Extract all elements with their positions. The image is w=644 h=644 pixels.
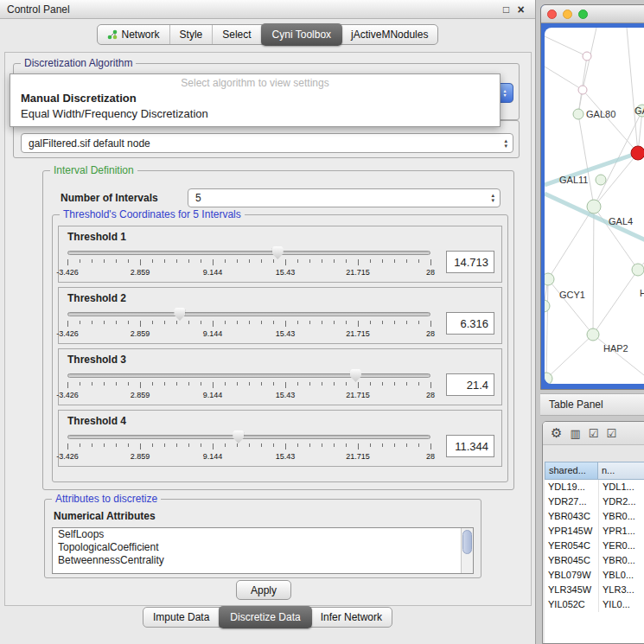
column-header-shared-name[interactable]: shared... (545, 462, 598, 480)
threshold-slider[interactable]: -3.4262.8599.14415.4321.71528 (66, 245, 432, 279)
table-row[interactable]: YER054CYER0... (545, 539, 644, 553)
close-icon[interactable]: × (513, 3, 528, 16)
cell-shared-name[interactable]: YBR043C (545, 509, 598, 524)
network-edge[interactable] (593, 270, 638, 335)
threshold-slider[interactable]: -3.4262.8599.14415.4321.71528 (66, 367, 432, 402)
slider-track[interactable] (67, 435, 430, 439)
network-node-gcy1[interactable] (545, 273, 554, 285)
slider-thumb[interactable] (272, 246, 284, 259)
threshold-slider[interactable]: -3.4262.8599.14415.4321.71528 (66, 429, 432, 463)
cell-name[interactable]: YPR1... (598, 524, 644, 539)
table-data-combobox[interactable]: galFiltered.sif default node ▴▾ (21, 133, 513, 153)
threshold-value-field[interactable]: 21.4 (446, 373, 494, 396)
cell-name[interactable]: YIL0... (598, 597, 644, 612)
network-node-gal11[interactable] (596, 175, 606, 185)
network-node[interactable] (583, 52, 591, 61)
select-all-columns-icon[interactable]: ☑ (589, 427, 599, 440)
network-edge[interactable] (545, 67, 583, 90)
threshold-slider[interactable]: -3.4262.8599.14415.4321.71528 (66, 306, 432, 341)
table-row[interactable]: YLR345WYLR3... (545, 583, 644, 597)
tab-style[interactable]: Style (170, 25, 214, 44)
tab-discretize-data[interactable]: Discretize Data (219, 606, 311, 628)
cell-name[interactable]: YDL1... (598, 480, 644, 494)
column-header-name[interactable]: n... (598, 462, 644, 480)
algorithm-popup-item[interactable]: Manual Discretization (10, 91, 500, 106)
attributes-scrollbar[interactable] (461, 528, 473, 573)
network-edge[interactable] (546, 279, 548, 379)
gear-icon[interactable]: ⚙ (551, 425, 562, 441)
slider-track[interactable] (67, 373, 430, 378)
table-row[interactable]: YBL079WYBL0... (545, 568, 644, 583)
combo-stepper-icon[interactable]: ▴▾ (491, 189, 494, 207)
network-node[interactable] (545, 300, 550, 312)
slider-thumb[interactable] (233, 430, 244, 443)
cell-shared-name[interactable]: YDL19... (545, 480, 598, 494)
combo-stepper-icon[interactable]: ▴▾ (504, 134, 507, 152)
network-node-h[interactable] (632, 264, 644, 276)
network-edge[interactable] (593, 335, 644, 382)
table-row[interactable]: YDR27...YDR2... (545, 494, 644, 509)
columns-icon[interactable]: ▥ (570, 427, 580, 440)
float-icon[interactable]: □ (499, 3, 513, 16)
network-edge[interactable] (583, 90, 638, 153)
interval-definition-group: Interval Definition Number of Intervals … (42, 170, 514, 490)
table-row[interactable]: YDL19...YDL1... (545, 480, 644, 494)
network-edge[interactable] (627, 28, 638, 153)
attribute-list-item[interactable]: TopologicalCoefficient (53, 541, 473, 554)
cell-name[interactable]: YLR3... (598, 583, 644, 597)
num-intervals-combobox[interactable]: 5 ▴▾ (188, 188, 501, 207)
network-edge[interactable] (545, 36, 587, 56)
cell-shared-name[interactable]: YLR345W (545, 583, 598, 597)
minimize-traffic-light-icon[interactable] (563, 10, 572, 19)
cell-shared-name[interactable]: YBR045C (545, 553, 598, 568)
network-node[interactable] (631, 146, 644, 160)
cell-name[interactable]: YER0... (598, 539, 644, 553)
network-edge[interactable] (593, 207, 594, 335)
cell-name[interactable]: YDR2... (598, 494, 644, 509)
tab-impute-data[interactable]: Impute Data (143, 608, 220, 627)
slider-track[interactable] (67, 251, 430, 255)
select-columns-icon[interactable]: ☑ (606, 427, 616, 440)
slider-thumb[interactable] (174, 308, 185, 321)
tab-jactivemnodules[interactable]: jActiveMNodules (341, 25, 437, 44)
attribute-list-item[interactable]: BetweennessCentrality (53, 554, 473, 567)
network-node-gal4[interactable] (587, 200, 601, 214)
threshold-value-field[interactable]: 14.713 (446, 251, 494, 273)
tab-cyni-toolbox[interactable]: Cyni Toolbox (261, 23, 342, 46)
cell-shared-name[interactable]: YER054C (545, 539, 598, 553)
network-graph[interactable]: GAL80GAGAL11GAL4GCY1HAP2H (545, 28, 644, 384)
network-node-gal80[interactable] (573, 109, 583, 119)
tab-infer-network[interactable]: Infer Network (311, 608, 392, 627)
network-edge[interactable] (548, 279, 593, 335)
table-row[interactable]: YIL052CYIL0... (545, 597, 644, 612)
table-row[interactable]: YBR045CYBR0... (545, 553, 644, 568)
network-canvas[interactable]: GAL80GAGAL11GAL4GCY1HAP2H (545, 28, 644, 384)
network-node[interactable] (578, 86, 587, 94)
cell-shared-name[interactable]: YIL052C (545, 597, 598, 612)
network-edge[interactable] (548, 207, 594, 279)
slider-thumb[interactable] (350, 369, 361, 382)
cell-shared-name[interactable]: YDR27... (545, 494, 598, 509)
threshold-value-field[interactable]: 11.344 (446, 435, 494, 457)
cell-name[interactable]: YBR0... (598, 509, 644, 524)
cell-shared-name[interactable]: YPR145W (545, 524, 598, 539)
tab-network[interactable]: Network (98, 25, 170, 44)
close-traffic-light-icon[interactable] (547, 10, 557, 19)
network-node-hap2[interactable] (587, 328, 599, 341)
cell-name[interactable]: YBL0... (598, 568, 644, 583)
algorithm-popup-item[interactable]: Equal Width/Frequency Discretization (10, 106, 500, 122)
scrollbar-thumb[interactable] (462, 530, 472, 554)
network-edge[interactable] (546, 335, 593, 379)
network-edge[interactable] (578, 114, 594, 207)
threshold-value-field[interactable]: 6.316 (446, 312, 494, 335)
table-row[interactable]: YPR145WYPR1... (545, 524, 644, 539)
numerical-attributes-list[interactable]: SelfLoopsTopologicalCoefficientBetweenne… (52, 527, 474, 574)
table-row[interactable]: YBR043CYBR0... (545, 509, 644, 524)
cell-name[interactable]: YBR0... (598, 553, 644, 568)
slider-track[interactable] (67, 312, 430, 316)
cell-shared-name[interactable]: YBL079W (545, 568, 598, 583)
apply-button[interactable]: Apply (236, 580, 291, 600)
attribute-list-item[interactable]: SelfLoops (53, 528, 473, 541)
tab-select[interactable]: Select (213, 25, 261, 44)
zoom-traffic-light-icon[interactable] (578, 10, 588, 19)
